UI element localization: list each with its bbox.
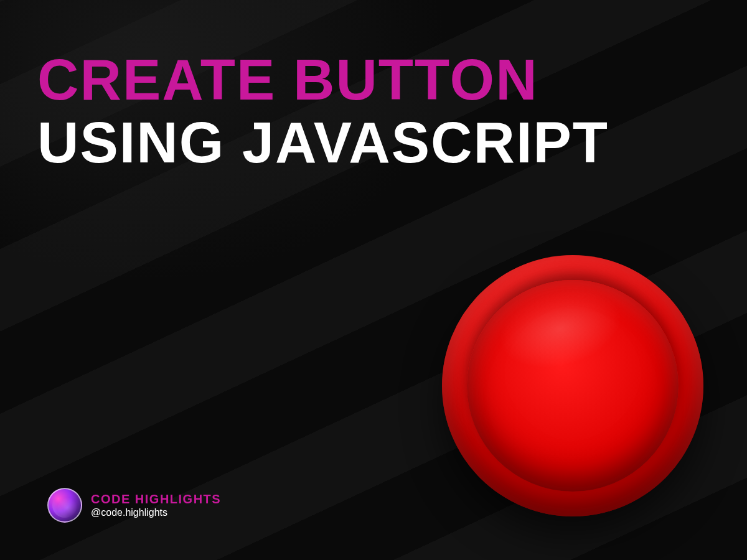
- social-handle: @code.highlights: [91, 506, 221, 518]
- brand-name: CODE HIGHLIGHTS: [91, 492, 221, 506]
- title-line-2: USING JAVASCRIPT: [37, 113, 710, 173]
- footer-text: CODE HIGHLIGHTS @code.highlights: [91, 492, 221, 518]
- footer: CODE HIGHLIGHTS @code.highlights: [47, 488, 221, 523]
- header-block: CREATE BUTTON USING JAVASCRIPT: [0, 0, 747, 172]
- title-line-1: CREATE BUTTON: [37, 50, 710, 110]
- red-push-button-icon: [442, 255, 703, 516]
- avatar-icon: [47, 488, 82, 523]
